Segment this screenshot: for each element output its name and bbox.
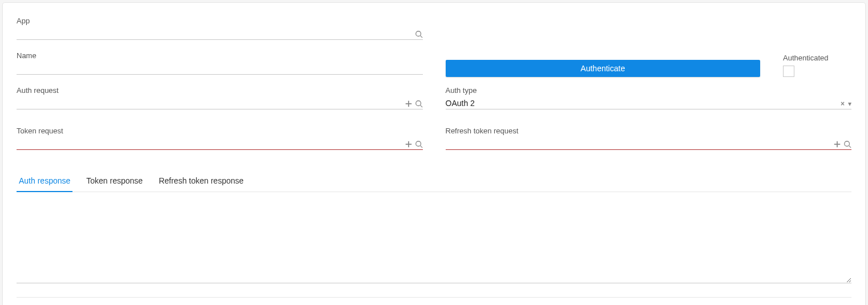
refresh-token-request-field: Refresh token request bbox=[446, 127, 852, 150]
auth-request-field: Auth request bbox=[17, 86, 423, 109]
authenticated-label: Authenticated bbox=[783, 54, 851, 62]
plus-icon[interactable] bbox=[405, 100, 413, 108]
plus-icon[interactable] bbox=[833, 140, 841, 148]
svg-point-12 bbox=[845, 141, 850, 147]
tab-auth-response[interactable]: Auth response bbox=[17, 172, 72, 192]
plus-icon[interactable] bbox=[405, 140, 413, 148]
response-textarea[interactable] bbox=[17, 209, 851, 283]
tab-token-response[interactable]: Token response bbox=[84, 172, 145, 192]
authenticated-field: Authenticated bbox=[783, 54, 851, 77]
app-field: App bbox=[17, 17, 423, 40]
svg-point-8 bbox=[415, 141, 421, 147]
name-field: Name bbox=[17, 51, 423, 75]
auth-request-label: Auth request bbox=[17, 86, 423, 95]
auth-type-select[interactable]: OAuth 2 × ▾ bbox=[446, 96, 852, 109]
svg-point-4 bbox=[415, 101, 421, 106]
tab-refresh-token-response[interactable]: Refresh token response bbox=[156, 172, 246, 192]
search-icon[interactable] bbox=[415, 100, 423, 108]
token-request-label: Token request bbox=[17, 127, 423, 135]
footer-divider bbox=[17, 297, 851, 298]
svg-line-5 bbox=[420, 105, 422, 108]
clear-icon[interactable]: × bbox=[841, 100, 845, 108]
auth-request-input[interactable] bbox=[17, 96, 405, 109]
chevron-down-icon[interactable]: ▾ bbox=[848, 100, 851, 108]
auth-type-field: Auth type OAuth 2 × ▾ bbox=[446, 86, 852, 109]
auth-config-panel: App Name bbox=[2, 2, 866, 305]
name-label: Name bbox=[17, 51, 423, 60]
auth-type-value: OAuth 2 bbox=[446, 99, 841, 109]
search-icon[interactable] bbox=[415, 30, 423, 38]
token-request-field: Token request bbox=[17, 127, 423, 150]
svg-line-13 bbox=[849, 146, 851, 148]
token-request-input[interactable] bbox=[17, 137, 405, 149]
auth-type-label: Auth type bbox=[446, 86, 852, 95]
authenticated-checkbox[interactable] bbox=[783, 66, 794, 77]
authenticate-button[interactable]: Authenticate bbox=[446, 60, 761, 77]
svg-line-9 bbox=[420, 146, 422, 148]
name-input[interactable] bbox=[17, 62, 423, 74]
app-input[interactable] bbox=[17, 27, 415, 39]
app-label: App bbox=[17, 17, 423, 25]
svg-line-1 bbox=[420, 36, 422, 38]
svg-point-0 bbox=[415, 31, 421, 36]
response-tabs: Auth response Token response Refresh tok… bbox=[17, 172, 851, 192]
refresh-token-request-label: Refresh token request bbox=[446, 127, 852, 135]
refresh-token-request-input[interactable] bbox=[446, 137, 834, 149]
search-icon[interactable] bbox=[843, 140, 851, 148]
search-icon[interactable] bbox=[415, 140, 423, 148]
